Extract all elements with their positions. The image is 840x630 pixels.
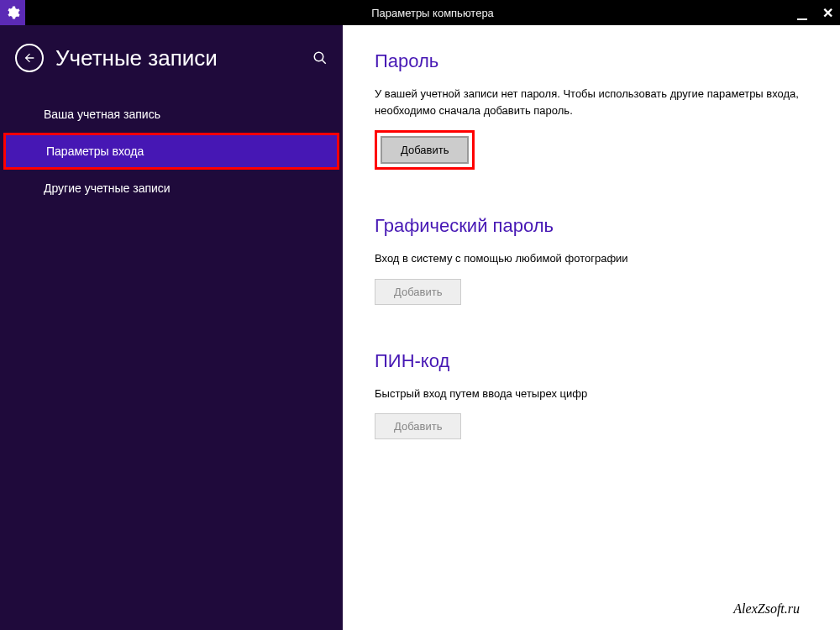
- back-button[interactable]: [15, 44, 44, 72]
- minimize-button[interactable]: [797, 6, 807, 19]
- titlebar-title: Параметры компьютера: [25, 7, 840, 19]
- sidebar-header: Учетные записи: [0, 44, 343, 96]
- sidebar: Учетные записи Ваша учетная запись Парам…: [0, 25, 343, 630]
- search-icon[interactable]: [312, 50, 328, 66]
- close-button[interactable]: ✕: [822, 5, 833, 21]
- section-title-password: Пароль: [375, 50, 808, 72]
- section-pin: ПИН-код Быстрый вход путем ввода четырех…: [375, 350, 808, 440]
- sidebar-item-signin-options[interactable]: Параметры входа: [6, 135, 337, 167]
- section-title-picture: Графический пароль: [375, 215, 808, 237]
- section-desc-pin: Быстрый вход путем ввода четырех цифр: [375, 386, 808, 402]
- section-password: Пароль У вашей учетной записи нет пароля…: [375, 50, 808, 170]
- sidebar-item-your-account[interactable]: Ваша учетная запись: [0, 96, 343, 133]
- section-title-pin: ПИН-код: [375, 350, 808, 372]
- titlebar: Параметры компьютера ✕: [0, 0, 840, 25]
- add-picture-password-button: Добавить: [375, 279, 461, 305]
- sidebar-item-label: Другие учетные записи: [44, 181, 171, 195]
- section-desc-picture: Вход в систему с помощью любимой фотогра…: [375, 250, 808, 267]
- section-desc-password: У вашей учетной записи нет пароля. Чтобы…: [375, 86, 808, 118]
- highlight-box-sidebar: Параметры входа: [3, 133, 339, 170]
- svg-point-0: [314, 52, 323, 61]
- sidebar-item-label: Ваша учетная запись: [44, 108, 160, 121]
- svg-line-1: [322, 60, 326, 64]
- highlight-box-button: Добавить: [375, 130, 475, 170]
- add-pin-button: Добавить: [375, 413, 461, 439]
- section-picture-password: Графический пароль Вход в систему с помо…: [375, 215, 808, 305]
- settings-icon: [0, 0, 25, 25]
- main-panel: Пароль У вашей учетной записи нет пароля…: [343, 25, 840, 630]
- add-password-button[interactable]: Добавить: [381, 136, 469, 164]
- page-title: Учетные записи: [55, 45, 218, 71]
- sidebar-item-label: Параметры входа: [46, 144, 144, 158]
- window-controls: ✕: [797, 0, 833, 25]
- sidebar-item-other-accounts[interactable]: Другие учетные записи: [0, 170, 343, 207]
- watermark: AlexZsoft.ru: [733, 601, 800, 617]
